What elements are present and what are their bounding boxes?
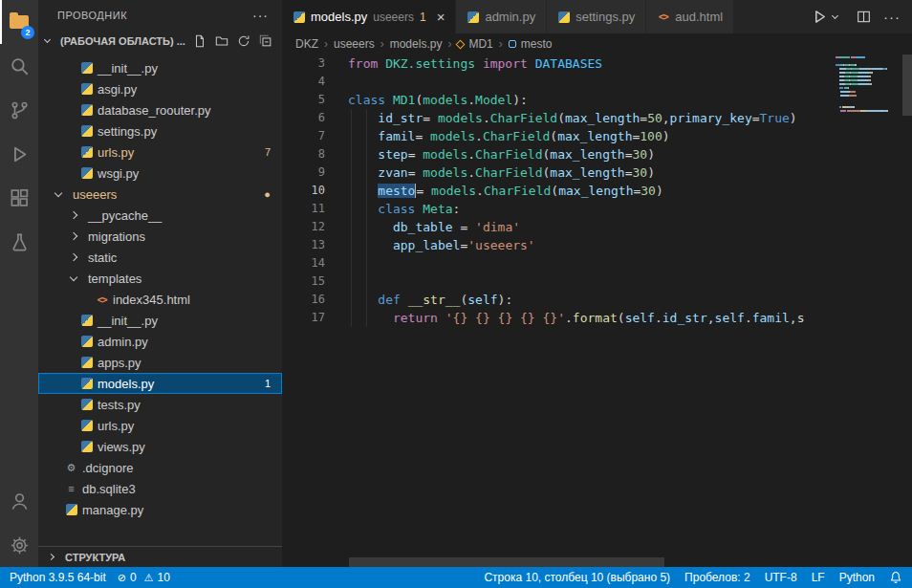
code-line-14[interactable]: 14 (282, 254, 912, 272)
run-dropdown-chevron-icon[interactable] (832, 12, 838, 19)
tree-item-index345-html[interactable]: <>index345.html (38, 289, 282, 310)
tree-item-urls-py[interactable]: urls.py7 (38, 142, 282, 163)
code-token: ) (662, 129, 670, 143)
tree-item-settings-py[interactable]: settings.py (38, 120, 282, 142)
activity-search-button[interactable] (0, 44, 38, 88)
activity-testing-button[interactable] (0, 220, 38, 264)
code-line-4[interactable]: 4 (282, 73, 912, 91)
activity-run-debug-button[interactable] (0, 132, 38, 176)
code-line-9[interactable]: 9 zvan= models.CharField(max_length=30) (282, 163, 912, 182)
code-line-15[interactable]: 15 (282, 272, 912, 291)
python-interpreter-status[interactable]: Python 3.9.5 64-bit (10, 571, 106, 584)
code-token: ( (551, 184, 558, 198)
split-editor-icon[interactable] (857, 10, 871, 24)
breadcrumb-useeers[interactable]: useeers (334, 37, 375, 51)
tab-bar: models.pyuseeers1×admin.pysettings.py<>a… (282, 0, 912, 33)
horizontal-scrollbar[interactable] (349, 557, 664, 567)
code-line-12[interactable]: 12 db_table = 'dima' (282, 218, 912, 236)
tree-item-apps-py[interactable]: apps.py (38, 352, 282, 373)
collapse-all-icon[interactable] (259, 34, 272, 48)
tab-admin-py[interactable]: admin.py (456, 0, 547, 33)
editor-actions: ··· (800, 0, 912, 33)
tab-close-icon[interactable]: × (437, 10, 445, 24)
code-token: models (438, 111, 483, 125)
activity-settings-button[interactable] (0, 523, 38, 567)
tree-item-label: __init__.py (98, 61, 158, 76)
tree-item-manage-py[interactable]: manage.py (38, 499, 282, 520)
code-line-11[interactable]: 11 class Meta: (282, 200, 912, 218)
encoding-status[interactable]: UTF-8 (765, 571, 797, 584)
tree-item-database-roouter-py[interactable]: database_roouter.py (38, 99, 282, 120)
breadcrumb-dkz[interactable]: DKZ (295, 37, 318, 51)
eol-status[interactable]: LF (812, 571, 825, 584)
tree-item-label: __init__.py (98, 314, 158, 328)
code-line-17[interactable]: 17 return '{} {} {} {} {}'.format(self.i… (282, 309, 912, 327)
code-token: . (475, 129, 483, 143)
code-line-6[interactable]: 6 id_str= models.CharField(max_length=50… (282, 109, 912, 127)
indentation-status[interactable]: Пробелов: 2 (684, 571, 750, 584)
explorer-actions (193, 34, 272, 48)
tree-item-models-py[interactable]: models.py1 (38, 373, 282, 394)
tree-item-admin-py[interactable]: admin.py (38, 331, 282, 352)
tab-aud-html[interactable]: <>aud.html (646, 0, 734, 33)
tree-item-useeers[interactable]: useeers● (38, 184, 282, 205)
python-file-icon (293, 11, 305, 23)
tree-item-static[interactable]: static (38, 247, 282, 268)
vertical-scrollbar[interactable] (902, 54, 912, 116)
tree-item-views-py[interactable]: views.py (38, 436, 282, 457)
run-python-file-button[interactable] (812, 9, 844, 25)
code-token: CharField (475, 165, 542, 180)
tree-item-init-py[interactable]: __init__.py (38, 310, 282, 331)
code-line-10[interactable]: 10 mesto= models.CharField(max_length=30… (282, 182, 912, 200)
beaker-icon (10, 232, 30, 252)
tab-settings-py[interactable]: settings.py (547, 0, 646, 33)
code-line-13[interactable]: 13 app_label='useeers' (282, 236, 912, 254)
breadcrumb-models-py[interactable]: models.py (390, 37, 443, 51)
tree-item-pycache[interactable]: __pycache__ (38, 205, 282, 226)
code-token: ) (647, 165, 655, 180)
refresh-icon[interactable] (237, 34, 250, 48)
code-text: from DKZ.settings import DATABASES (325, 54, 602, 73)
outline-section-header[interactable]: СТРУКТУРА (38, 546, 282, 567)
tree-item-migrations[interactable]: migrations (38, 226, 282, 247)
notifications-bell-icon[interactable] (889, 571, 902, 584)
code-editor[interactable]: 3from DKZ.settings import DATABASES45cla… (282, 54, 912, 567)
line-number: 8 (282, 145, 325, 163)
workspace-section-header[interactable]: (РАБОЧАЯ ОБЛАСТЬ) ... (38, 30, 282, 52)
tree-item-tests-py[interactable]: tests.py (38, 394, 282, 415)
code-token: 30 (641, 184, 656, 198)
code-line-3[interactable]: 3from DKZ.settings import DATABASES (282, 54, 912, 73)
code-line-16[interactable]: 16 def __str__(self): (282, 291, 912, 309)
breadcrumb-md1[interactable]: MD1 (457, 37, 492, 51)
code-line-5[interactable]: 5class MD1(models.Model): (282, 91, 912, 109)
tree-item-asgi-py[interactable]: asgi.py (38, 78, 282, 99)
cursor-position-status[interactable]: Строка 10, столбец 10 (выбрано 5) (484, 571, 670, 584)
activity-extensions-button[interactable] (0, 176, 38, 220)
language-mode-status[interactable]: Python (839, 571, 875, 584)
tree-item-wsgi-py[interactable]: wsgi.py (38, 163, 282, 184)
activity-account-button[interactable] (0, 479, 38, 523)
tree-item-urls-py[interactable]: urls.py (38, 415, 282, 436)
problems-status[interactable]: ⊘ 0 ⚠ 10 (118, 571, 170, 584)
breadcrumb-label: MD1 (468, 37, 492, 51)
new-file-icon[interactable] (193, 34, 206, 48)
code-token: ,s (790, 311, 805, 325)
activity-explorer-button[interactable]: 2 (0, 0, 38, 44)
new-folder-icon[interactable] (215, 34, 228, 48)
more-actions-button[interactable]: ··· (883, 9, 901, 25)
code-token (528, 56, 535, 71)
tree-item-db-sqlite3[interactable]: ≡db.sqlite3 (38, 478, 282, 499)
tree-item-init-py[interactable]: __init__.py (38, 57, 282, 78)
tab-models-py[interactable]: models.pyuseeers1× (282, 0, 456, 33)
breadcrumb-label: useeers (334, 37, 375, 51)
activity-source-control-button[interactable] (0, 88, 38, 132)
tree-item-dcignore[interactable]: ⚙.dcignore (38, 457, 282, 478)
sidebar-more-actions-button[interactable]: ··· (252, 8, 269, 23)
breadcrumb-mesto[interactable]: mesto (509, 37, 553, 51)
gear-icon (10, 535, 30, 555)
minimap[interactable] (836, 56, 902, 114)
code-line-7[interactable]: 7 famil= models.CharField(max_length=100… (282, 127, 912, 145)
tree-item-templates[interactable]: templates (38, 268, 282, 289)
code-line-8[interactable]: 8 step= models.CharField(max_length=30) (282, 145, 912, 163)
line-number: 6 (282, 109, 325, 127)
